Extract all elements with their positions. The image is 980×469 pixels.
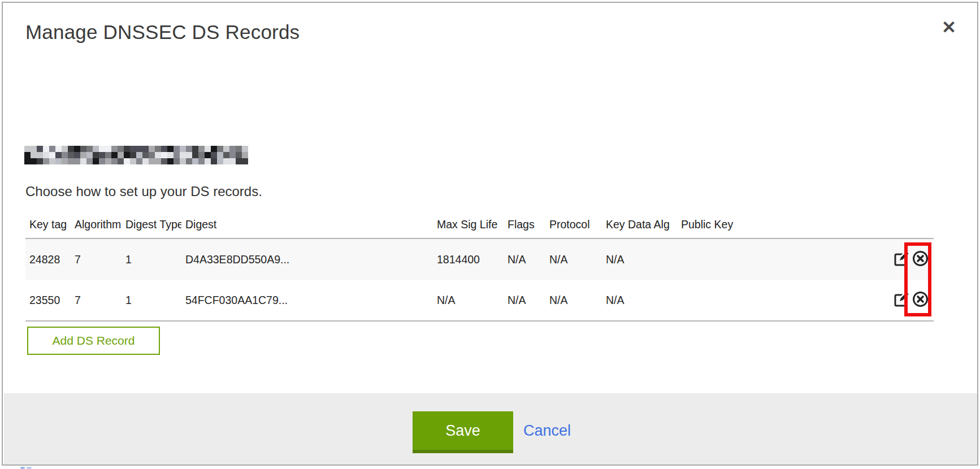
cell-key-tag: 24828 bbox=[25, 253, 71, 266]
cell-digest-type: 1 bbox=[122, 253, 181, 266]
delete-record-button[interactable] bbox=[912, 292, 929, 309]
table-row: 24828 7 1 D4A33E8DD550A9... 1814400 N/A … bbox=[25, 239, 934, 280]
cell-key-data-alg: N/A bbox=[602, 253, 677, 266]
column-header-flags: Flags bbox=[504, 218, 545, 231]
instruction-text: Choose how to set up your DS records. bbox=[25, 184, 262, 199]
add-ds-record-button[interactable]: Add DS Record bbox=[27, 327, 160, 355]
column-header-key-tag: Key tag bbox=[25, 218, 71, 231]
edit-record-button[interactable] bbox=[892, 251, 910, 268]
cell-max-sig-life: 1814400 bbox=[433, 253, 504, 266]
delete-record-button[interactable] bbox=[912, 251, 929, 268]
cell-digest: 54FCF030AA1C79... bbox=[181, 294, 433, 307]
column-header-protocol: Protocol bbox=[545, 218, 602, 231]
column-header-algorithm: Algorithm bbox=[71, 218, 122, 231]
row-actions bbox=[888, 251, 934, 268]
cancel-link[interactable]: Cancel bbox=[523, 412, 571, 449]
column-header-key-data-alg: Key Data Alg bbox=[602, 218, 677, 231]
delete-circle-icon bbox=[912, 292, 929, 309]
close-icon[interactable]: ✕ bbox=[936, 15, 961, 40]
cell-protocol: N/A bbox=[545, 294, 602, 307]
cell-key-data-alg: N/A bbox=[602, 294, 677, 307]
table-row: 23550 7 1 54FCF030AA1C79... N/A N/A N/A … bbox=[25, 280, 934, 320]
column-header-digest-type: Digest Type bbox=[122, 218, 181, 231]
edit-record-button[interactable] bbox=[892, 292, 910, 309]
save-button[interactable]: Save bbox=[413, 411, 513, 453]
cell-protocol: N/A bbox=[545, 253, 602, 266]
edit-icon bbox=[893, 251, 910, 268]
page-background: Manage DNSSEC DS Records ✕ Choose how to… bbox=[0, 0, 980, 469]
modal-footer: Save Cancel bbox=[4, 393, 977, 464]
table-header-row: Key tag Algorithm Digest Type Digest Max… bbox=[25, 211, 934, 238]
ds-records-table: Key tag Algorithm Digest Type Digest Max… bbox=[25, 211, 934, 322]
cell-algorithm: 7 bbox=[71, 253, 122, 266]
row-actions bbox=[888, 292, 934, 309]
cell-digest: D4A33E8DD550A9... bbox=[181, 253, 433, 266]
background-page-fragment bbox=[20, 467, 25, 469]
page-title: Manage DNSSEC DS Records bbox=[25, 21, 300, 44]
redacted-domain-name bbox=[24, 146, 248, 164]
cell-flags: N/A bbox=[504, 294, 545, 307]
delete-circle-icon bbox=[912, 251, 929, 268]
cell-key-tag: 23550 bbox=[25, 294, 71, 307]
column-header-max-sig-life: Max Sig Life bbox=[433, 218, 504, 231]
cell-algorithm: 7 bbox=[71, 294, 122, 307]
cell-max-sig-life: N/A bbox=[433, 294, 504, 307]
edit-icon bbox=[893, 292, 910, 309]
cell-digest-type: 1 bbox=[122, 294, 181, 307]
cell-flags: N/A bbox=[504, 253, 545, 266]
background-page-fragment bbox=[27, 467, 32, 469]
table-body: 24828 7 1 D4A33E8DD550A9... 1814400 N/A … bbox=[25, 238, 934, 322]
manage-dnssec-modal: Manage DNSSEC DS Records ✕ Choose how to… bbox=[2, 2, 978, 466]
column-header-public-key: Public Key bbox=[677, 218, 888, 231]
column-header-digest: Digest bbox=[181, 218, 433, 231]
